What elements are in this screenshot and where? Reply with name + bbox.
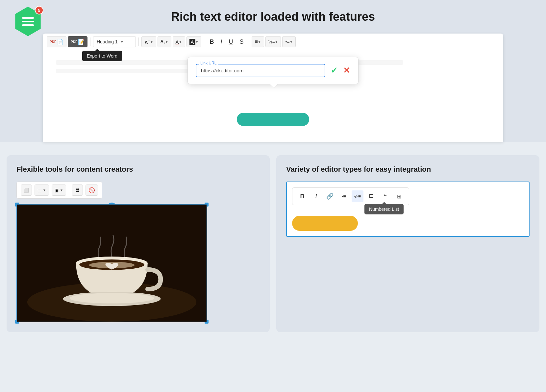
coffee-photo <box>17 205 207 322</box>
image-side-chevron-icon: ▼ <box>43 188 46 192</box>
right-editor-wrapper: B I 🔗 •≡ ½≡ 🖼 ❝ ⊞ <box>286 182 530 237</box>
right-panel: Variety of editor types for easy integra… <box>276 155 539 332</box>
divider-4 <box>249 37 249 46</box>
image-full-button[interactable]: ▣ ▼ <box>52 184 66 196</box>
teal-pill <box>237 113 309 126</box>
highlight-chevron-icon: ▼ <box>195 40 199 44</box>
link-url-input[interactable] <box>196 64 325 77</box>
svg-point-6 <box>69 293 154 304</box>
image-side-button[interactable]: ⬚ ▼ <box>35 184 49 196</box>
image-inline-button[interactable]: ⬜ <box>21 184 32 196</box>
app-logo[interactable]: 5 <box>13 7 43 36</box>
tooltip-arrow <box>382 202 386 204</box>
image-toolbar: ⬜ ⬚ ▼ ▣ ▼ 🖥 🚫 <box>16 182 102 199</box>
link-cancel-button[interactable]: ✕ <box>343 65 350 76</box>
right-bold-button[interactable]: B <box>296 190 308 202</box>
img-divider-1 <box>69 186 69 194</box>
font-size-decrease-button[interactable]: A↓ ▼ <box>158 36 171 47</box>
right-editor-toolbar: B I 🔗 •≡ ½≡ 🖼 ❝ ⊞ <box>292 187 409 205</box>
image-breakout-button[interactable]: 🖥 <box>72 184 83 196</box>
notification-badge: 5 <box>35 6 43 14</box>
right-quote-button[interactable]: ❝ <box>379 190 391 202</box>
font-size-small-chevron-icon: ▼ <box>165 40 168 44</box>
numbered-list-toolbar-button[interactable]: ½≡ ▼ <box>265 36 281 47</box>
font-size-chevron-icon: ▼ <box>150 40 153 44</box>
page-title: Rich text editor loaded with features <box>171 10 375 24</box>
font-size-increase-button[interactable]: A↑ ▼ <box>141 36 156 47</box>
right-italic-button[interactable]: I <box>310 190 322 202</box>
export-pdf-button[interactable]: PDF 📄 <box>47 36 66 47</box>
divider-1 <box>90 37 90 46</box>
heading-select[interactable]: Heading 1 ▼ <box>93 36 136 47</box>
alignment-button[interactable]: ≡ ▼ <box>252 36 264 47</box>
highlight-button[interactable]: A ▼ <box>186 36 202 47</box>
right-image-button[interactable]: 🖼 <box>365 190 377 202</box>
bullet-list-chevron-icon: ▼ <box>290 40 293 44</box>
left-panel: Flexible tools for content creators ⬜ ⬚ … <box>7 155 270 332</box>
bold-button[interactable]: B <box>207 36 216 47</box>
link-confirm-button[interactable]: ✓ <box>331 65 338 76</box>
link-popup: Link URL ✓ ✕ <box>187 57 359 84</box>
right-panel-title: Variety of editor types for easy integra… <box>286 165 530 174</box>
bullet-list-toolbar-button[interactable]: •≡ ▼ <box>282 36 296 47</box>
numbered-list-tooltip: Numbered List <box>364 204 404 214</box>
divider-2 <box>138 37 139 46</box>
coffee-image-container: ↩ <box>16 204 207 322</box>
export-word-tooltip: Export to Word <box>82 51 122 61</box>
underline-button[interactable]: U <box>226 36 236 47</box>
italic-button[interactable]: I <box>218 36 225 47</box>
right-bullet-button[interactable]: •≡ <box>338 190 350 202</box>
editor-toolbar: PDF 📄 PDF 📝 Heading 1 ▼ A↑ ▼ A↓ <box>43 34 503 50</box>
yellow-pill <box>292 216 358 231</box>
right-link-button[interactable]: 🔗 <box>324 190 336 202</box>
image-hide-button[interactable]: 🚫 <box>86 184 98 196</box>
left-panel-title: Flexible tools for content creators <box>16 165 260 174</box>
right-table-button[interactable]: ⊞ <box>393 190 405 202</box>
numbered-list-chevron-icon: ▼ <box>275 40 278 44</box>
right-numbered-list-button[interactable]: ½≡ <box>352 190 363 202</box>
link-field-label: Link URL <box>199 61 218 65</box>
editor-container: PDF 📄 PDF 📝 Heading 1 ▼ A↑ ▼ A↓ <box>43 34 503 142</box>
heading-chevron-icon: ▼ <box>120 40 124 44</box>
image-full-chevron-icon: ▼ <box>60 188 63 192</box>
editor-body: Link URL ✓ ✕ <box>43 50 503 136</box>
link-field-wrapper: Link URL <box>196 64 325 77</box>
strikethrough-button[interactable]: S <box>237 36 246 47</box>
font-color-button[interactable]: A ▼ <box>173 36 185 47</box>
divider-3 <box>204 37 204 46</box>
align-chevron-icon: ▼ <box>258 40 261 44</box>
font-color-chevron-icon: ▼ <box>179 40 182 44</box>
export-word-button[interactable]: PDF 📝 <box>68 36 87 47</box>
